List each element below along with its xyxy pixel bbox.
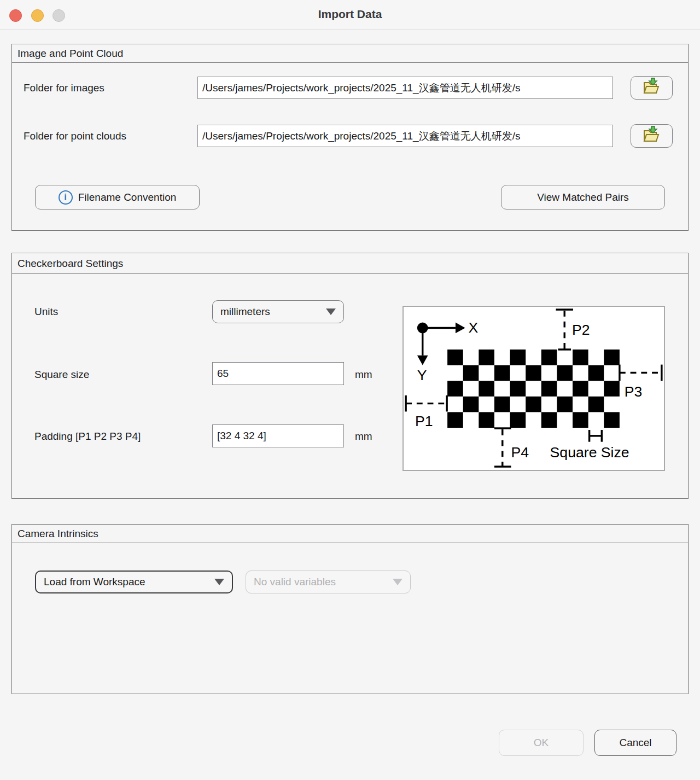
chevron-down-icon — [214, 579, 224, 585]
units-label: Units — [34, 306, 58, 318]
cancel-button[interactable]: Cancel — [594, 730, 676, 756]
chevron-down-icon — [393, 579, 402, 585]
view-matched-pairs-label: View Matched Pairs — [537, 191, 629, 203]
p3-label: P3 — [625, 383, 643, 400]
y-axis-label: Y — [417, 367, 427, 383]
padding-label: Padding [P1 P2 P3 P4] — [34, 430, 141, 443]
open-folder-icon — [642, 126, 662, 146]
view-matched-pairs-button[interactable]: View Matched Pairs — [501, 185, 665, 209]
filename-convention-button[interactable]: i Filename Convention — [35, 185, 200, 209]
units-selected-value: millimeters — [220, 306, 270, 318]
checkerboard-squares — [447, 350, 620, 428]
p2-label: P2 — [572, 322, 590, 338]
cancel-button-label: Cancel — [619, 737, 651, 749]
square-size-input[interactable] — [212, 362, 344, 385]
panel-title-checkerboard-settings: Checkerboard Settings — [12, 253, 688, 274]
intrinsics-variables-dropdown: No valid variables — [246, 571, 411, 593]
checkerboard-diagram: X Y P2 P3 P1 P4 — [402, 306, 665, 471]
titlebar: Import Data — [0, 0, 700, 30]
image-point-cloud-panel: Image and Point Cloud Folder for images … — [11, 44, 689, 231]
folder-point-clouds-input[interactable] — [197, 125, 613, 147]
camera-intrinsics-panel: Camera Intrinsics Load from Workspace No… — [11, 524, 689, 694]
open-folder-icon — [642, 78, 662, 98]
browse-images-button[interactable] — [631, 76, 673, 100]
folder-point-clouds-label: Folder for point clouds — [24, 130, 126, 142]
intrinsics-variables-selected-value: No valid variables — [254, 576, 336, 588]
panel-title-camera-intrinsics: Camera Intrinsics — [12, 525, 688, 543]
square-size-unit-label: mm — [355, 369, 372, 381]
intrinsics-source-selected-value: Load from Workspace — [44, 576, 145, 588]
p4-label: P4 — [511, 444, 529, 461]
info-icon: i — [59, 190, 73, 205]
p1-label: P1 — [415, 413, 433, 429]
x-axis-label: X — [469, 319, 479, 336]
filename-convention-label: Filename Convention — [78, 191, 177, 203]
padding-unit-label: mm — [355, 430, 372, 443]
checkerboard-settings-panel: Checkerboard Settings Units millimeters … — [11, 253, 689, 499]
browse-point-clouds-button[interactable] — [631, 124, 673, 148]
ok-button: OK — [499, 730, 584, 756]
folder-images-input[interactable] — [197, 77, 613, 99]
chevron-down-icon — [326, 308, 336, 315]
folder-images-label: Folder for images — [24, 82, 104, 94]
intrinsics-source-dropdown[interactable]: Load from Workspace — [35, 571, 233, 593]
padding-input[interactable] — [212, 424, 344, 447]
window-title: Import Data — [0, 8, 700, 21]
checkerboard-diagram-svg: X Y P2 P3 P1 P4 — [404, 307, 664, 470]
units-dropdown[interactable]: millimeters — [212, 300, 344, 323]
square-size-diagram-label: Square Size — [550, 444, 629, 461]
panel-title-image-point-cloud: Image and Point Cloud — [12, 44, 688, 63]
ok-button-label: OK — [534, 737, 549, 749]
square-size-label: Square size — [34, 369, 89, 381]
